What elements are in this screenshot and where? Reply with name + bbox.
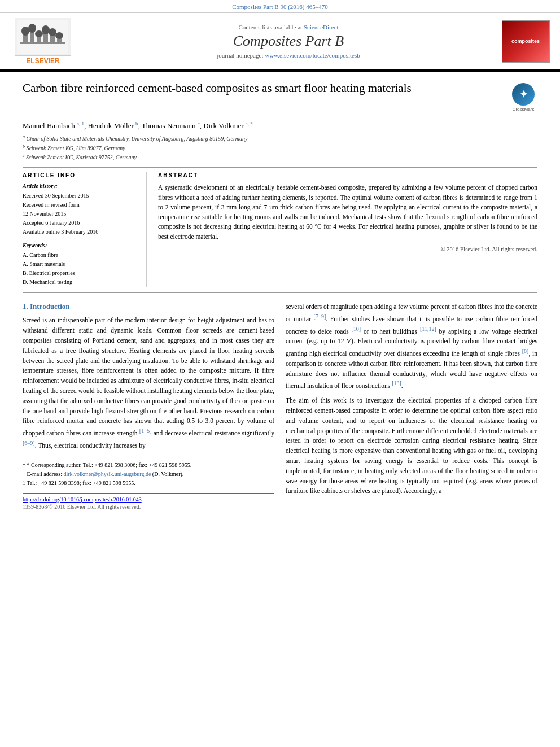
journal-title: Composites Part B — [84, 33, 493, 50]
elsevier-tree-logo — [15, 18, 71, 56]
svg-point-8 — [21, 27, 29, 36]
info-abstract-divider — [23, 167, 537, 168]
author3-sup: c — [198, 121, 200, 126]
elsevier-brand-name: ELSEVIER — [26, 57, 59, 65]
keyword-4: D. Mechanical testing — [23, 278, 141, 287]
article-title-section: Carbon fibre reinforced cement-based com… — [23, 81, 537, 116]
article-info-column: Article Info Article history: Received 3… — [23, 172, 147, 287]
keywords-label: Keywords: — [23, 242, 141, 248]
abstract-column: Abstract A systematic development of an … — [158, 172, 537, 287]
authors-line: Manuel Hambach a, 1, Hendrik Möller b, T… — [23, 121, 537, 130]
intro-paragraph-2: several orders of magnitude upon adding … — [286, 302, 537, 391]
article-title: Carbon fibre reinforced cement-based com… — [23, 81, 509, 96]
composites-logo-text: composites — [511, 38, 540, 44]
intro-paragraph-3: The aim of this work is to investigate t… — [286, 396, 537, 496]
journal-ref-text: Composites Part B 90 (2016) 465–470 — [232, 3, 328, 10]
ref-1-5: [1–5] — [139, 427, 152, 434]
composites-cover-image: composites — [502, 20, 550, 63]
svg-point-12 — [49, 28, 56, 36]
email-link[interactable]: dirk.volkmer@physik.uni-augsburg.de — [63, 471, 151, 477]
svg-rect-1 — [20, 42, 65, 44]
keywords-section: Keywords: A. Carbon fibre A. Smart mater… — [23, 242, 141, 287]
content-divider — [23, 292, 537, 293]
keyword-3: B. Electrical properties — [23, 269, 141, 278]
sciencedirect-link[interactable]: ScienceDirect — [304, 24, 339, 30]
journal-reference-bar: Composites Part B 90 (2016) 465–470 — [0, 0, 560, 13]
doi-link[interactable]: http://dx.doi.org/10.1016/j.compositesb.… — [23, 496, 142, 503]
date-online: Available online 3 February 2016 — [23, 228, 141, 237]
date-revised: 12 November 2015 — [23, 209, 141, 219]
footnote-1: 1 Tel.: +49 821 598 3398; fax: +49 821 5… — [23, 479, 274, 488]
abstract-copyright: © 2016 Elsevier Ltd. All rights reserved… — [158, 246, 537, 252]
left-column: 1. Introduction Screed is an indispensab… — [23, 302, 274, 509]
abstract-text: A systematic development of an electrica… — [158, 183, 537, 242]
crossmark-label: CrossMark — [513, 107, 535, 112]
svg-point-10 — [35, 30, 43, 37]
abstract-heading: Abstract — [158, 172, 537, 178]
footnote-corresponding: * * Corresponding author. Tel.: +49 821 … — [23, 461, 274, 470]
article-dates: Received 30 September 2015 Received in r… — [23, 191, 141, 237]
date-received: Received 30 September 2015 — [23, 191, 141, 200]
right-column: several orders of magnitude upon adding … — [286, 302, 537, 509]
intro-heading: 1. Introduction — [23, 302, 274, 311]
intro-paragraph-1: Screed is an indispensable part of the m… — [23, 316, 274, 451]
homepage-text: journal homepage: — [217, 52, 263, 59]
elsevier-logo-section: ELSEVIER — [9, 18, 77, 65]
svg-point-13 — [55, 32, 63, 39]
intro-number: 1. — [23, 302, 30, 311]
crossmark-icon: ✦ — [512, 83, 535, 106]
article-info-heading: Article Info — [23, 172, 141, 178]
footnote-email-line: E-mail address: dirk.volkmer@physik.uni-… — [23, 470, 274, 479]
article-container: Carbon fibre reinforced cement-based com… — [0, 72, 560, 510]
author4-sup: a, * — [246, 121, 253, 126]
keyword-1: A. Carbon fibre — [23, 251, 141, 260]
footnote-star: * — [23, 462, 27, 468]
homepage-line: journal homepage: www.elsevier.com/locat… — [84, 52, 493, 59]
ref-10: [10] — [352, 326, 361, 332]
email-label: E-mail address: — [27, 471, 62, 477]
main-content-section: 1. Introduction Screed is an indispensab… — [23, 302, 537, 509]
affiliation-b: b Schwenk Zement KG, Ulm 89077, Germany — [23, 143, 537, 152]
svg-point-11 — [42, 25, 50, 34]
affiliations-section: a Chair of Solid State and Materials Che… — [23, 134, 537, 161]
footnotes-section: * * Corresponding author. Tel.: +49 821 … — [23, 457, 274, 488]
page-container: Composites Part B 90 (2016) 465–470 — [0, 0, 560, 521]
homepage-url[interactable]: www.elsevier.com/locate/compositesb — [265, 52, 360, 59]
ref-8: [8] — [522, 348, 529, 354]
doi-footer: http://dx.doi.org/10.1016/j.compositesb.… — [23, 493, 274, 503]
contents-text: Contents lists available at — [238, 24, 302, 30]
elsevier-svg-logo — [18, 20, 68, 54]
crossmark-section: ✦ CrossMark — [509, 81, 537, 112]
composites-journal-logo: composites — [500, 20, 551, 63]
keyword-2: A. Smart materials — [23, 260, 141, 269]
ref-11-12: [11,12] — [420, 326, 436, 332]
journal-header: ELSEVIER Contents lists available at Sci… — [0, 13, 560, 71]
footnote-corresponding-text: * Corresponding author. Tel.: +49 821 59… — [27, 462, 192, 468]
rights-footer: 1359-8368/© 2016 Elsevier Ltd. All right… — [23, 504, 274, 510]
ref-6-9: [6–9] — [23, 440, 35, 446]
journal-center-info: Contents lists available at ScienceDirec… — [84, 24, 493, 59]
email-name: (D. Volkmer). — [152, 471, 183, 477]
svg-point-9 — [28, 24, 36, 33]
author1-sup: a, 1 — [77, 121, 84, 126]
contents-available-line: Contents lists available at ScienceDirec… — [84, 24, 493, 30]
date-revised-label: Received in revised form — [23, 200, 141, 209]
article-title-wrapper: Carbon fibre reinforced cement-based com… — [23, 81, 509, 96]
ref-7-9: [7–9] — [314, 313, 326, 320]
author2-sup: b — [135, 121, 138, 126]
date-accepted: Accepted 6 January 2016 — [23, 219, 141, 228]
affiliation-a: a Chair of Solid State and Materials Che… — [23, 134, 537, 143]
history-label: Article history: — [23, 183, 141, 189]
info-abstract-section: Article Info Article history: Received 3… — [23, 172, 537, 287]
ref-13: [13] — [392, 380, 401, 386]
intro-title: Introduction — [30, 302, 70, 311]
affiliation-c: c Schwenk Zement KG, Karlstadt 97753, Ge… — [23, 152, 537, 161]
